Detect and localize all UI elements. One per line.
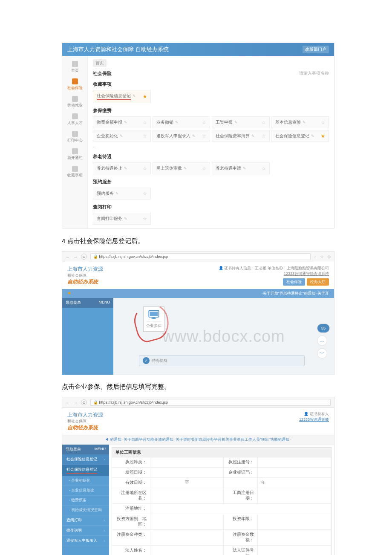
sidebar-personnel[interactable]: 人事人才 — [62, 111, 87, 128]
nav-help[interactable]: 操作说明› — [62, 526, 109, 536]
forward-icon[interactable]: → — [73, 254, 78, 259]
user-icon — [72, 113, 78, 119]
nav-veteran[interactable]: 退役军人申报录入› — [62, 536, 109, 546]
card-payment-declare[interactable]: 缴费金额申报✎☆ — [93, 116, 151, 128]
card-init[interactable]: 企业初始化✎☆ — [93, 130, 151, 142]
ext-icon[interactable]: ⊕ — [327, 254, 331, 259]
form-value — [150, 514, 224, 530]
card-print[interactable]: 查阅打印服务✎☆ — [93, 213, 151, 225]
form-value — [258, 468, 331, 478]
fav-card-registration[interactable]: 社会保险信息登记✎★ — [93, 90, 151, 103]
home-icon[interactable]: ⌂ — [314, 254, 317, 259]
nav-title: 导航菜单 — [66, 447, 81, 452]
sidebar-print[interactable]: 打印中心 — [62, 128, 87, 146]
search-input[interactable]: 请输入事项名称 — [299, 70, 329, 77]
main-dashboard: 企业参保 www.bdocx.com ✓ 待办提醒 55 ︿ ﹀ — [113, 298, 334, 375]
card-salary-declare[interactable]: 工资申报✎☆ — [212, 116, 270, 128]
user-avatar-icon: 👤 — [304, 412, 308, 416]
card-cancel[interactable]: 业务撤销✎☆ — [153, 116, 210, 128]
nav-title: 导航菜单 — [66, 300, 81, 306]
app-header: 上海市人力资源和社会保障 自助经办系统 改版部门户 — [62, 43, 334, 56]
sidebar-favorites[interactable]: 收藏事项 — [62, 163, 87, 181]
nav-registration-group[interactable]: 社会保险信息登记› — [62, 454, 109, 465]
form-label: 发照日期： — [112, 468, 150, 478]
tab-social-insurance: 社会保险 — [93, 70, 112, 77]
card-retire-online[interactable]: 网上退休审批✎☆ — [153, 162, 210, 174]
task-reminder-bar[interactable]: ✓ 待办提醒 — [139, 355, 305, 366]
tab-service-hall[interactable]: 经办大厅 — [307, 278, 329, 286]
sidebar-social-insurance[interactable]: 社会保险 — [62, 76, 87, 93]
fav-icon[interactable]: ☆ — [320, 254, 324, 259]
card-veteran[interactable]: 退役军人申报录入✎☆ — [153, 130, 210, 142]
svg-rect-3 — [151, 318, 156, 319]
logo: 上海市人力资源 和社会保障 自助经办系统 — [67, 411, 103, 431]
form-value — [258, 457, 331, 468]
instruction-text-2: 点击企业参保。然后把信息填写完整。 — [62, 383, 392, 391]
star-icon[interactable]: ★ — [143, 94, 147, 99]
form-value — [258, 488, 331, 504]
screenshot-services: 上海市人力资源和社会保障 自助经办系统 改版部门户 首页 社会保险 劳动就业 人… — [62, 43, 334, 228]
page-header: 上海市人力资源 和社会保障 自助经办系统 👤 证书持有人信息：王老板 单位名称：… — [62, 262, 334, 289]
form-content: 单位工商信息 执照种类：执照注册号：发照日期：企业标识码：有效日期：至年注册地所… — [109, 445, 334, 555]
tab-social-insurance[interactable]: 社会保险 — [283, 278, 305, 286]
sidebar-new[interactable]: 新开通栏 — [62, 146, 87, 163]
svg-rect-1 — [150, 312, 158, 316]
star-icon — [72, 166, 78, 172]
screenshot-dashboard: ← → C 🔒 https://zzjb.rsj.sh.gov.cn/shzzj… — [62, 251, 334, 375]
nav-sub-modify[interactable]: - 企业信息修改 — [62, 486, 109, 496]
notification-bar[interactable]: ◀ 的通知 ·关于自助平台功能开放的通知 ·关于暂时关闭自助经办平台机关事业单位… — [62, 435, 334, 445]
nav-registration-active[interactable]: 社会保险信息登记 — [62, 465, 109, 476]
url-input[interactable]: 🔒 https://zzjb.rsj.sh.gov.cn/shzzjb/inde… — [90, 399, 331, 406]
breadcrumb-home[interactable]: 首页 — [93, 59, 107, 67]
chevron-right-icon: › — [104, 457, 105, 462]
shield-icon — [72, 78, 78, 84]
scroll-down-icon[interactable]: ﹀ — [317, 348, 327, 358]
chevron-right-icon: › — [104, 518, 105, 523]
card-rate-settle[interactable]: 社会保险费率清算✎☆ — [212, 130, 270, 142]
back-icon[interactable]: ← — [66, 400, 70, 405]
enterprise-insure-tile[interactable]: 企业参保 — [143, 306, 164, 332]
scroll-up-icon[interactable]: ︿ — [317, 335, 327, 346]
nav-print[interactable]: 查阅打印› — [62, 515, 109, 526]
form-value — [150, 504, 331, 514]
breadcrumb: 首页 — [93, 59, 329, 67]
sidebar-employment[interactable]: 劳动就业 — [62, 93, 87, 111]
floating-buttons: 55 ︿ ﹀ — [317, 324, 330, 358]
pencil-icon: ✎ — [133, 94, 136, 98]
nav-sub-prepare[interactable]: - 缴费预备 — [62, 496, 109, 506]
back-icon[interactable]: ← — [66, 254, 70, 259]
forward-icon[interactable]: → — [73, 400, 78, 405]
star-icon[interactable]: ★ — [321, 133, 325, 139]
form-label: 工商注册日期： — [224, 488, 258, 504]
form-label: 有效日期： — [112, 478, 150, 488]
card-booking[interactable]: 预约服务✎☆ — [93, 188, 151, 199]
user-avatar-icon: 👤 — [219, 266, 223, 270]
score-badge[interactable]: 55 — [317, 324, 330, 333]
nav-sub-init[interactable]: - 企业初始化 — [62, 476, 109, 486]
form-company-info: 单位工商信息 执照种类：执照注册号：发照日期：企业标识码：有效日期：至年注册地所… — [112, 447, 331, 555]
card-basic-verify[interactable]: 基本信息查验✎☆ — [271, 116, 329, 128]
more-dots: ··· — [93, 145, 329, 149]
star-icon[interactable]: ☆ — [143, 120, 147, 125]
printer-icon — [72, 131, 78, 137]
card-pension-stop[interactable]: 养老待遇终止✎☆ — [93, 162, 151, 174]
nav-sub-query[interactable]: - 初始减免情况查询 — [62, 506, 109, 515]
portal-switch-button[interactable]: 改版部门户 — [303, 46, 329, 53]
user-info: 👤 证书持有人信息：王老板 单位名称：上海陪跑跑贸易有限公司 12333智询通智… — [219, 266, 329, 286]
form-value — [258, 546, 331, 555]
nav-sidebar: 导航菜单 MENU 社会保险信息登记› 社会保险信息登记 - 企业初始化 - 企… — [62, 445, 109, 555]
card-pension-apply[interactable]: 养老待遇申请✎☆ — [212, 162, 270, 174]
browser-toolbar: ← → C 🔒 https://zzjb.rsj.sh.gov.cn/shzzj… — [62, 397, 334, 408]
logo: 上海市人力资源 和社会保障 自助经办系统 — [67, 266, 103, 286]
sidebar-home[interactable]: 首页 — [62, 58, 87, 76]
url-input[interactable]: 🔒 https://zzjb.rsj.sh.gov.cn/shzzjb/inde… — [90, 253, 311, 260]
form-value: 至 — [150, 478, 224, 488]
refresh-icon[interactable]: C — [81, 399, 87, 405]
home-icon — [72, 61, 78, 67]
card-registration[interactable]: 社会保险信息登记✎★ — [271, 130, 329, 142]
watermark: www.bdocx.com — [162, 327, 285, 346]
form-label: 注册地所在区县： — [112, 488, 150, 504]
form-label: 企业标识码： — [224, 468, 258, 478]
form-value: 年 — [258, 478, 331, 488]
refresh-icon[interactable]: C — [81, 254, 87, 260]
